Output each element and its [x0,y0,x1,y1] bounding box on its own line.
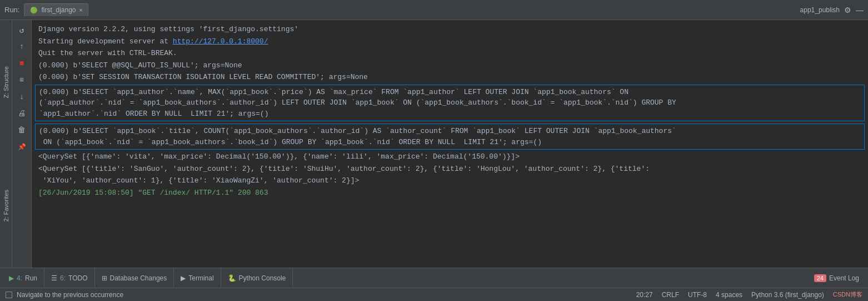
app-publish-label: app1_publish [800,6,840,14]
structure-label[interactable]: Z: Structure [2,64,11,100]
console-line: (0.000) b'SELECT `app1_author`.`name`, M… [39,87,861,98]
left-sidebar: ↺ ↑ ■ ≡ ↓ 🖨 🗑 📌 [12,20,32,268]
console-line-link: Starting development server at http://12… [32,36,868,48]
python-console-label: Python Console [239,274,286,282]
tab-close-button[interactable]: × [79,7,83,13]
event-log-label: Event Log [829,274,859,282]
delete-button[interactable]: 🗑 [14,122,29,138]
console-line: Django version 2.2.2, using settings 'fi… [32,23,868,36]
tab-name: first_django [41,6,76,14]
todo-tab[interactable]: ☰ 6: TODO [44,268,94,288]
watermark: CSDN博客 [833,290,862,299]
run-tab-num: 4: [17,274,22,282]
console-line: ON (`app1_book`.`nid` = `app1_book_autho… [39,137,861,148]
todo-tab-num: 6: [60,274,66,282]
run-label: Run: [4,6,19,14]
todo-tab-label: TODO [68,274,87,282]
console-line: <QuerySet [{'title': 'SanGuo', 'author_c… [32,163,868,175]
console-line: (0.000) b'SELECT @@SQL_AUTO_IS_NULL'; ar… [32,60,868,72]
settings-icon[interactable]: ⚙ [844,6,851,14]
highlighted-block-1: (0.000) b'SELECT `app1_author`.`name`, M… [35,85,865,122]
cursor-position: 20:27 [636,291,653,299]
console-line: `app1_author`.`nid` ORDER BY NULL LIMIT … [39,108,861,120]
encoding[interactable]: UTF-8 [688,291,707,299]
favorites-label[interactable]: 2: Favorites [2,187,11,224]
console-line: (0.000) b'SELECT `app1_book`.`title`, CO… [39,126,861,137]
top-bar: Run: 🟢 first_django × app1_publish ⚙ — [0,0,868,20]
database-icon: ⊞ [102,274,107,282]
highlighted-block-2: (0.000) b'SELECT `app1_book`.`title`, CO… [35,124,865,150]
terminal-label: Terminal [188,274,213,282]
console-line: Quit the server with CTRL-BREAK. [32,47,868,60]
print-button[interactable]: 🖨 [14,106,29,121]
scroll-up-button[interactable]: ↑ [14,39,29,55]
main-area: Z: Structure 2: Favorites ↺ ↑ ■ ≡ ↓ 🖨 🗑 … [0,20,868,268]
console-line: (0.000) b'SET SESSION TRANSACTION ISOLAT… [32,71,868,83]
console-area[interactable]: Django version 2.2.2, using settings 'fi… [32,20,868,268]
terminal-tab[interactable]: ▶ Terminal [174,268,221,288]
python-interpreter[interactable]: Python 3.6 (first_django) [751,291,824,299]
filter-button[interactable]: ≡ [14,72,29,88]
event-log-num: 24 [814,274,826,282]
python-icon: 🐍 [228,274,236,282]
line-ending[interactable]: CRLF [662,291,679,299]
console-line: 'XiYou', 'author_count': 1}, {'title': '… [32,175,868,187]
pin-button[interactable]: 📌 [14,139,29,155]
navigate-bar: Navigate to the previous occurrence 20:2… [0,288,868,301]
todo-icon: ☰ [51,274,57,282]
nav-checkbox[interactable] [6,292,12,298]
database-changes-tab[interactable]: ⊞ Database Changes [95,268,174,288]
python-console-tab[interactable]: 🐍 Python Console [221,268,293,288]
navigate-bar-content: Navigate to the previous occurrence [6,291,123,299]
run-play-icon: ▶ [9,274,14,282]
django-icon: 🟢 [30,7,38,14]
run-tab-bottom[interactable]: ▶ 4: Run [2,268,44,288]
run-tab-label: Run [25,274,37,282]
scroll-down-button[interactable]: ↓ [14,89,29,105]
restart-button[interactable]: ↺ [14,22,29,38]
console-line: <QuerySet [{'name': 'vita', 'max_price':… [32,151,868,163]
console-line: (`app1_author`.`nid` = `app1_book_author… [39,97,861,108]
navigate-text: Navigate to the previous occurrence [17,291,123,299]
server-link[interactable]: http://127.0.0.1:8000/ [173,37,268,46]
event-log-tab[interactable]: 24 Event Log [807,274,866,282]
terminal-icon: ▶ [181,274,186,282]
run-tab[interactable]: 🟢 first_django × [24,3,88,16]
vertical-labels: Z: Structure 2: Favorites [0,20,12,268]
minimize-icon[interactable]: — [856,6,864,14]
indent-label[interactable]: 4 spaces [716,291,742,299]
database-changes-label: Database Changes [110,274,167,282]
stop-button[interactable]: ■ [14,56,29,71]
top-bar-right: app1_publish ⚙ — [800,6,864,14]
console-line-log: [26/Jun/2019 15:08:50] "GET /index/ HTTP… [32,187,868,199]
bottom-toolbar: ▶ 4: Run ☰ 6: TODO ⊞ Database Changes ▶ … [0,268,868,288]
